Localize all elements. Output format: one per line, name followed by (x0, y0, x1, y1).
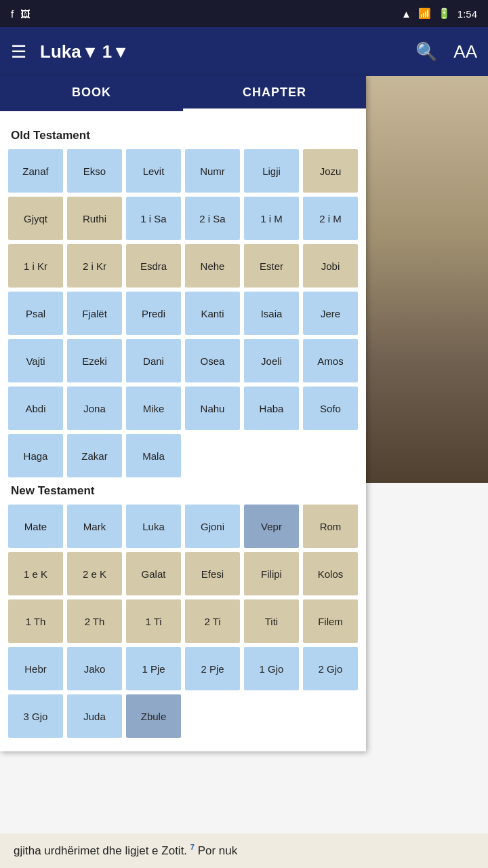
book-cell-gjoni[interactable]: Gjoni (185, 505, 240, 548)
book-cell-sofo[interactable]: Sofo (303, 387, 358, 430)
top-bar: ☰ Luka ▾ 1 ▾ 🔍 AA (0, 27, 488, 76)
signal-icon: 📶 (418, 7, 431, 20)
book-cell-luka[interactable]: Luka (126, 505, 181, 548)
book-dropdown-icon: ▾ (85, 41, 94, 62)
book-cell-1-i-sa[interactable]: 1 i Sa (126, 197, 181, 240)
book-cell-rom[interactable]: Rom (303, 505, 358, 548)
book-cell-efesi[interactable]: Efesi (185, 552, 240, 595)
status-left-icons: f 🖼 (11, 8, 30, 20)
book-cell-2-i-m[interactable]: 2 i M (303, 197, 358, 240)
book-cell-zbule[interactable]: Zbule (126, 694, 181, 738)
book-cell-jobi[interactable]: Jobi (303, 244, 358, 288)
book-cell-osea[interactable]: Osea (185, 339, 240, 382)
book-cell-nahu[interactable]: Nahu (185, 387, 240, 430)
status-bar: f 🖼 ▲ 📶 🔋 1:54 (0, 0, 488, 27)
background-image (366, 76, 488, 483)
book-cell-2-e-k[interactable]: 2 e K (67, 552, 122, 595)
book-cell-dani[interactable]: Dani (126, 339, 181, 382)
book-cell-mala[interactable]: Mala (126, 434, 181, 477)
tab-book[interactable]: BOOK (0, 76, 183, 111)
book-cell-jere[interactable]: Jere (303, 292, 358, 335)
battery-icon: 🔋 (438, 7, 451, 20)
book-cell-gjyqt[interactable]: Gjyqt (8, 197, 63, 240)
book-cell-fjalët[interactable]: Fjalët (67, 292, 122, 335)
menu-button[interactable]: ☰ (11, 41, 26, 62)
book-cell-mate[interactable]: Mate (8, 505, 63, 548)
book-cell-nehe[interactable]: Nehe (185, 244, 240, 288)
book-selector[interactable]: Luka ▾ (40, 41, 94, 62)
clock: 1:54 (458, 8, 477, 20)
book-cell-juda[interactable]: Juda (67, 694, 122, 738)
book-cell-haga[interactable]: Haga (8, 434, 63, 477)
bottom-scripture-text: gjitha urdhërimet dhe ligjet e Zotit. 7 … (0, 833, 488, 868)
top-bar-actions: 🔍 AA (415, 41, 477, 62)
chapter-number: 1 (102, 41, 112, 62)
book-cell-1-ti[interactable]: 1 Ti (126, 599, 181, 643)
verse-number: 7 (190, 843, 195, 851)
book-cell-psal[interactable]: Psal (8, 292, 63, 335)
book-cell-haba[interactable]: Haba (244, 387, 299, 430)
book-cell-3-gjo[interactable]: 3 Gjo (8, 694, 63, 738)
book-cell-levit[interactable]: Levit (126, 149, 181, 193)
dropdown-panel: BOOK CHAPTER Old Testament ZanafEksoLevi… (0, 76, 366, 751)
search-button[interactable]: 🔍 (415, 41, 437, 62)
book-cell-2-i-kr[interactable]: 2 i Kr (67, 244, 122, 288)
book-cell-ligji[interactable]: Ligji (244, 149, 299, 193)
old-testament-grid: ZanafEksoLevitNumrLigjiJozuGjyqtRuthi1 i… (8, 149, 358, 477)
book-cell-ruthi[interactable]: Ruthi (67, 197, 122, 240)
image-icon: 🖼 (20, 8, 30, 20)
book-cell-zakar[interactable]: Zakar (67, 434, 122, 477)
font-size-button[interactable]: AA (453, 41, 477, 62)
book-cell-jako[interactable]: Jako (67, 647, 122, 690)
book-cell-ekso[interactable]: Ekso (67, 149, 122, 193)
book-cell-vepr[interactable]: Vepr (244, 505, 299, 548)
book-cell-filem[interactable]: Filem (303, 599, 358, 643)
book-cell-vajti[interactable]: Vajti (8, 339, 63, 382)
book-cell-ezeki[interactable]: Ezeki (67, 339, 122, 382)
new-testament-grid: MateMarkLukaGjoniVeprRom1 e K2 e KGalatE… (8, 505, 358, 738)
book-cell-2-th[interactable]: 2 Th (67, 599, 122, 643)
book-cell-isaia[interactable]: Isaia (244, 292, 299, 335)
book-cell-mike[interactable]: Mike (126, 387, 181, 430)
book-cell-jona[interactable]: Jona (67, 387, 122, 430)
book-cell-predi[interactable]: Predi (126, 292, 181, 335)
book-cell-1-gjo[interactable]: 1 Gjo (244, 647, 299, 690)
book-cell-amos[interactable]: Amos (303, 339, 358, 382)
book-cell-2-pje[interactable]: 2 Pje (185, 647, 240, 690)
book-cell-kolos[interactable]: Kolos (303, 552, 358, 595)
book-cell-1-i-kr[interactable]: 1 i Kr (8, 244, 63, 288)
book-cell-galat[interactable]: Galat (126, 552, 181, 595)
wifi-icon: ▲ (401, 8, 411, 20)
tab-bar: BOOK CHAPTER (0, 76, 366, 111)
book-cell-2-ti[interactable]: 2 Ti (185, 599, 240, 643)
book-cell-2-i-sa[interactable]: 2 i Sa (185, 197, 240, 240)
book-cell-mark[interactable]: Mark (67, 505, 122, 548)
book-cell-hebr[interactable]: Hebr (8, 647, 63, 690)
book-cell-abdi[interactable]: Abdi (8, 387, 63, 430)
book-cell-zanaf[interactable]: Zanaf (8, 149, 63, 193)
facebook-icon: f (11, 8, 14, 20)
bottom-text-content: gjitha urdhërimet dhe ligjet e Zotit. 7 … (14, 844, 237, 857)
book-grid-area: Old Testament ZanafEksoLevitNumrLigjiJoz… (0, 111, 366, 751)
new-testament-label: New Testament (11, 484, 358, 498)
book-cell-esdra[interactable]: Esdra (126, 244, 181, 288)
book-cell-joeli[interactable]: Joeli (244, 339, 299, 382)
chapter-dropdown-icon: ▾ (116, 41, 125, 62)
chapter-selector[interactable]: 1 ▾ (102, 41, 125, 62)
book-cell-1-i-m[interactable]: 1 i M (244, 197, 299, 240)
tab-chapter[interactable]: CHAPTER (183, 76, 366, 111)
book-cell-ester[interactable]: Ester (244, 244, 299, 288)
book-name: Luka (40, 41, 81, 62)
book-cell-1-pje[interactable]: 1 Pje (126, 647, 181, 690)
old-testament-label: Old Testament (11, 129, 358, 142)
book-cell-2-gjo[interactable]: 2 Gjo (303, 647, 358, 690)
book-cell-titi[interactable]: Titi (244, 599, 299, 643)
book-cell-1-e-k[interactable]: 1 e K (8, 552, 63, 595)
book-cell-jozu[interactable]: Jozu (303, 149, 358, 193)
book-cell-kanti[interactable]: Kanti (185, 292, 240, 335)
book-cell-1-th[interactable]: 1 Th (8, 599, 63, 643)
status-right-icons: ▲ 📶 🔋 1:54 (401, 7, 477, 20)
book-cell-numr[interactable]: Numr (185, 149, 240, 193)
book-cell-filipi[interactable]: Filipi (244, 552, 299, 595)
